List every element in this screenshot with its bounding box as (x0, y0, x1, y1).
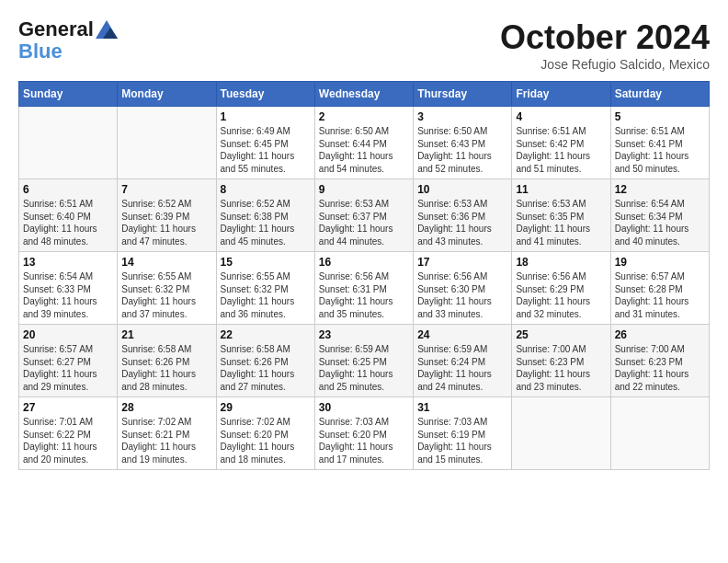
day-number: 11 (516, 183, 606, 196)
title-area: October 2024 Jose Refugio Salcido, Mexic… (500, 18, 710, 72)
day-info: Sunrise: 6:51 AMSunset: 6:41 PMDaylight:… (615, 125, 705, 175)
day-number: 10 (417, 183, 507, 196)
day-number: 3 (417, 110, 507, 123)
day-info: Sunrise: 6:53 AMSunset: 6:36 PMDaylight:… (417, 198, 507, 247)
calendar-cell: 7Sunrise: 6:52 AMSunset: 6:39 PMDaylight… (118, 179, 216, 252)
day-number: 24 (417, 328, 507, 341)
calendar-week-row: 6Sunrise: 6:51 AMSunset: 6:40 PMDaylight… (19, 179, 710, 252)
day-info: Sunrise: 6:54 AMSunset: 6:33 PMDaylight:… (23, 270, 113, 320)
calendar-table: SundayMondayTuesdayWednesdayThursdayFrid… (18, 81, 710, 470)
day-number: 9 (319, 183, 409, 196)
calendar-cell: 27Sunrise: 7:01 AMSunset: 6:22 PMDayligh… (19, 397, 118, 470)
day-info: Sunrise: 6:58 AMSunset: 6:26 PMDaylight:… (121, 343, 211, 393)
calendar-cell: 2Sunrise: 6:50 AMSunset: 6:44 PMDaylight… (314, 107, 413, 179)
calendar-cell: 8Sunrise: 6:52 AMSunset: 6:38 PMDaylight… (216, 179, 314, 252)
weekday-header-saturday: Saturday (610, 82, 709, 107)
day-info: Sunrise: 6:56 AMSunset: 6:29 PMDaylight:… (516, 270, 606, 320)
calendar-cell: 19Sunrise: 6:57 AMSunset: 6:28 PMDayligh… (610, 252, 709, 325)
calendar-cell (610, 397, 709, 470)
day-info: Sunrise: 6:54 AMSunset: 6:34 PMDaylight:… (615, 198, 705, 247)
calendar-cell: 1Sunrise: 6:49 AMSunset: 6:45 PMDaylight… (216, 107, 314, 179)
day-number: 26 (615, 328, 705, 341)
location-subtitle: Jose Refugio Salcido, Mexico (500, 57, 710, 72)
weekday-header-thursday: Thursday (414, 82, 512, 107)
day-number: 16 (319, 256, 409, 269)
calendar-cell (19, 107, 118, 179)
day-info: Sunrise: 6:56 AMSunset: 6:31 PMDaylight:… (319, 270, 409, 320)
day-number: 2 (319, 110, 409, 123)
calendar-cell: 18Sunrise: 6:56 AMSunset: 6:29 PMDayligh… (512, 252, 610, 325)
day-number: 19 (615, 256, 705, 269)
calendar-cell: 16Sunrise: 6:56 AMSunset: 6:31 PMDayligh… (314, 252, 413, 325)
day-number: 1 (221, 110, 311, 123)
day-info: Sunrise: 6:58 AMSunset: 6:26 PMDaylight:… (221, 343, 311, 393)
calendar-cell: 11Sunrise: 6:53 AMSunset: 6:35 PMDayligh… (512, 179, 610, 252)
day-info: Sunrise: 7:03 AMSunset: 6:20 PMDaylight:… (319, 416, 409, 465)
calendar-header-row: SundayMondayTuesdayWednesdayThursdayFrid… (19, 82, 710, 107)
calendar-cell: 9Sunrise: 6:53 AMSunset: 6:37 PMDaylight… (314, 179, 413, 252)
day-number: 7 (121, 183, 211, 196)
weekday-header-wednesday: Wednesday (314, 82, 413, 107)
calendar-cell: 31Sunrise: 7:03 AMSunset: 6:19 PMDayligh… (414, 397, 512, 470)
day-number: 27 (23, 401, 113, 414)
day-number: 21 (121, 328, 211, 341)
calendar-cell: 21Sunrise: 6:58 AMSunset: 6:26 PMDayligh… (118, 325, 216, 397)
day-info: Sunrise: 6:50 AMSunset: 6:43 PMDaylight:… (417, 125, 507, 175)
day-number: 29 (221, 401, 311, 414)
day-info: Sunrise: 7:01 AMSunset: 6:22 PMDaylight:… (23, 416, 113, 465)
day-number: 6 (23, 183, 113, 196)
calendar-cell: 6Sunrise: 6:51 AMSunset: 6:40 PMDaylight… (19, 179, 118, 252)
day-number: 28 (121, 401, 211, 414)
calendar-cell: 28Sunrise: 7:02 AMSunset: 6:21 PMDayligh… (118, 397, 216, 470)
day-number: 23 (319, 328, 409, 341)
day-info: Sunrise: 6:51 AMSunset: 6:40 PMDaylight:… (23, 198, 113, 247)
calendar-cell (118, 107, 216, 179)
day-number: 8 (221, 183, 311, 196)
calendar-cell: 24Sunrise: 6:59 AMSunset: 6:24 PMDayligh… (414, 325, 512, 397)
day-info: Sunrise: 6:53 AMSunset: 6:35 PMDaylight:… (516, 198, 606, 247)
calendar-cell: 13Sunrise: 6:54 AMSunset: 6:33 PMDayligh… (19, 252, 118, 325)
calendar-cell: 26Sunrise: 7:00 AMSunset: 6:23 PMDayligh… (610, 325, 709, 397)
day-number: 22 (221, 328, 311, 341)
day-info: Sunrise: 6:55 AMSunset: 6:32 PMDaylight:… (221, 270, 311, 320)
day-info: Sunrise: 7:02 AMSunset: 6:20 PMDaylight:… (221, 416, 311, 465)
day-info: Sunrise: 6:50 AMSunset: 6:44 PMDaylight:… (319, 125, 409, 175)
weekday-header-monday: Monday (118, 82, 216, 107)
day-info: Sunrise: 6:59 AMSunset: 6:24 PMDaylight:… (417, 343, 507, 393)
day-number: 20 (23, 328, 113, 341)
day-info: Sunrise: 6:57 AMSunset: 6:28 PMDaylight:… (615, 270, 705, 320)
calendar-week-row: 20Sunrise: 6:57 AMSunset: 6:27 PMDayligh… (19, 325, 710, 397)
calendar-cell: 10Sunrise: 6:53 AMSunset: 6:36 PMDayligh… (414, 179, 512, 252)
calendar-cell: 30Sunrise: 7:03 AMSunset: 6:20 PMDayligh… (314, 397, 413, 470)
weekday-header-sunday: Sunday (19, 82, 118, 107)
day-info: Sunrise: 7:03 AMSunset: 6:19 PMDaylight:… (417, 416, 507, 465)
day-info: Sunrise: 6:52 AMSunset: 6:38 PMDaylight:… (221, 198, 311, 247)
day-number: 5 (615, 110, 705, 123)
calendar-cell: 17Sunrise: 6:56 AMSunset: 6:30 PMDayligh… (414, 252, 512, 325)
logo: General Blue (18, 18, 118, 63)
day-info: Sunrise: 6:52 AMSunset: 6:39 PMDaylight:… (121, 198, 211, 247)
day-info: Sunrise: 7:00 AMSunset: 6:23 PMDaylight:… (516, 343, 606, 393)
page-header: General Blue October 2024 Jose Refugio S… (18, 18, 710, 72)
calendar-cell (512, 397, 610, 470)
day-info: Sunrise: 7:00 AMSunset: 6:23 PMDaylight:… (615, 343, 705, 393)
day-info: Sunrise: 6:57 AMSunset: 6:27 PMDaylight:… (23, 343, 113, 393)
calendar-cell: 5Sunrise: 6:51 AMSunset: 6:41 PMDaylight… (610, 107, 709, 179)
day-number: 17 (417, 256, 507, 269)
day-number: 31 (417, 401, 507, 414)
day-number: 30 (319, 401, 409, 414)
calendar-cell: 25Sunrise: 7:00 AMSunset: 6:23 PMDayligh… (512, 325, 610, 397)
calendar-cell: 14Sunrise: 6:55 AMSunset: 6:32 PMDayligh… (118, 252, 216, 325)
day-info: Sunrise: 6:49 AMSunset: 6:45 PMDaylight:… (221, 125, 311, 175)
day-number: 13 (23, 256, 113, 269)
day-info: Sunrise: 6:59 AMSunset: 6:25 PMDaylight:… (319, 343, 409, 393)
calendar-cell: 4Sunrise: 6:51 AMSunset: 6:42 PMDaylight… (512, 107, 610, 179)
day-number: 4 (516, 110, 606, 123)
day-info: Sunrise: 6:53 AMSunset: 6:37 PMDaylight:… (319, 198, 409, 247)
calendar-cell: 29Sunrise: 7:02 AMSunset: 6:20 PMDayligh… (216, 397, 314, 470)
day-number: 14 (121, 256, 211, 269)
calendar-cell: 3Sunrise: 6:50 AMSunset: 6:43 PMDaylight… (414, 107, 512, 179)
calendar-cell: 12Sunrise: 6:54 AMSunset: 6:34 PMDayligh… (610, 179, 709, 252)
calendar-cell: 20Sunrise: 6:57 AMSunset: 6:27 PMDayligh… (19, 325, 118, 397)
day-number: 25 (516, 328, 606, 341)
